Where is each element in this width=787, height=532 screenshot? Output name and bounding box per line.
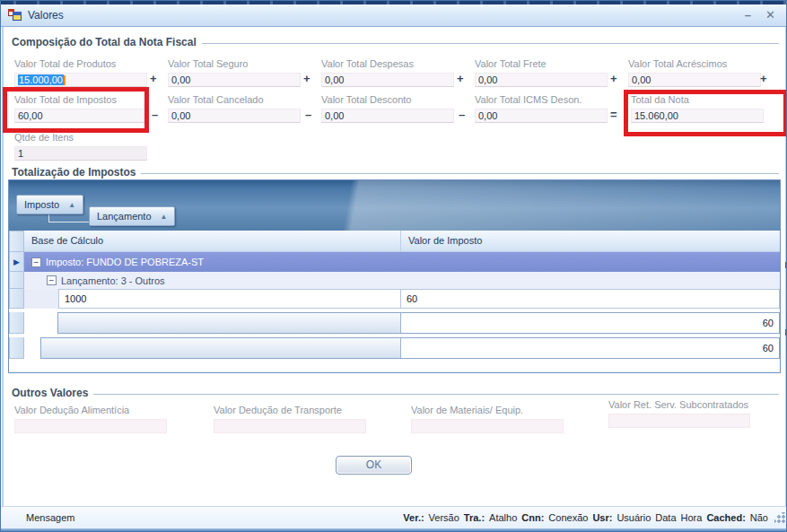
status-value: Data [655, 512, 676, 523]
valor-total-cancelado-input[interactable]: 0,00 [168, 109, 301, 123]
group-footer-row: 60 [9, 312, 780, 334]
status-key: Cached: [706, 512, 745, 523]
annotation-box-impostos [3, 87, 149, 133]
status-value: Versão [429, 512, 459, 523]
window-title: Valores [28, 9, 64, 22]
footer-empty-cell [58, 313, 401, 333]
row-indicator-cell [9, 337, 24, 359]
operator-plus: + [457, 72, 464, 85]
operator-minus: – [459, 108, 465, 121]
field-deducao-transporte: Valor Dedução de Transporte [214, 405, 366, 433]
valores-dialog: Valores – ✕ Composição do Total da Nota … [0, 0, 787, 532]
field-valor-total-produtos: Valor Total de Produtos 15.000,00 [14, 58, 147, 87]
field-valor-total-acrescimos: Valor Total Acréscimos 0,00 [628, 58, 761, 87]
status-key: Cnn: [521, 512, 544, 523]
column-header-base-de-calculo[interactable]: Base de Cálculo [24, 231, 401, 252]
status-key: Tra.: [464, 512, 485, 523]
minimize-icon[interactable]: – [745, 9, 751, 22]
impostos-grid: Imposto ▲ Lançamento ▲ Base de Cálculo V… [8, 179, 781, 373]
field-ret-serv-subcontratados: Valor Ret. Serv. Subcontratados [608, 399, 750, 428]
sort-asc-icon: ▲ [161, 213, 168, 221]
annotation-box-total-nota [624, 90, 787, 136]
sort-asc-icon: ▲ [68, 201, 75, 209]
field-qtde-itens: Qtde de Itens 1 [14, 132, 147, 161]
field-materiais-equip: Valor de Materiais/ Equip. [411, 405, 564, 433]
row-indicator-cell [9, 312, 24, 334]
close-icon[interactable]: ✕ [765, 9, 775, 22]
cell-valor-de-imposto[interactable]: 60 [401, 289, 780, 309]
text-caret [64, 75, 66, 85]
group-button-lancamento[interactable]: Lançamento ▲ [89, 206, 175, 226]
grid-header-row: Base de Cálculo Valor de Imposto [9, 231, 780, 252]
ret-serv-subcontratados-input[interactable] [608, 414, 750, 428]
valor-total-acrescimos-input[interactable]: 0,00 [628, 73, 761, 87]
data-row[interactable]: 1000 60 [9, 289, 780, 309]
operator-equals: = [610, 108, 617, 121]
status-key: Usr: [592, 512, 612, 523]
group-connector-line [48, 214, 90, 222]
materiais-equip-input[interactable] [411, 419, 564, 433]
deducao-alimenticia-input[interactable] [14, 419, 167, 433]
indent-spacer [24, 337, 40, 359]
group-row-lancamento[interactable]: −Lançamento: 3 - Outros [9, 272, 780, 289]
field-valor-total-cancelado: Valor Total Cancelado 0,00 [168, 94, 301, 123]
group-button-imposto[interactable]: Imposto ▲ [16, 195, 83, 214]
status-value: Não [750, 512, 768, 523]
valor-total-desconto-input[interactable]: 0,00 [321, 109, 454, 123]
operator-minus: – [305, 108, 311, 121]
operator-plus: + [303, 72, 310, 85]
row-focus-icon: ▶ [13, 257, 20, 266]
field-valor-total-icms-deson: Valor Total ICMS Deson. 0,00 [475, 94, 608, 123]
operator-minus: – [152, 108, 158, 121]
row-indicator-cell: ▶ [9, 252, 24, 272]
operator-plus: + [610, 72, 617, 85]
section-totalizacao-header: Totalização de Impostos [12, 165, 779, 179]
field-deducao-alimenticia: Valor Dedução Alimentícia [14, 405, 167, 433]
form-icon [8, 8, 22, 22]
indent-spacer [24, 312, 57, 334]
column-header-valor-de-imposto[interactable]: Valor de Imposto [401, 231, 780, 252]
status-message: Mensagem [26, 512, 74, 523]
status-value: Conexão [548, 512, 588, 523]
collapse-icon[interactable]: − [31, 257, 41, 267]
qtde-itens-input[interactable]: 1 [14, 146, 147, 161]
field-valor-total-despesas: Valor Total Despesas 0,00 [321, 58, 454, 87]
valor-total-despesas-input[interactable]: 0,00 [321, 73, 454, 87]
valor-total-frete-input[interactable]: 0,00 [475, 73, 608, 87]
group-by-panel[interactable]: Imposto ▲ Lançamento ▲ [9, 180, 780, 231]
status-key: Ver.: [403, 512, 424, 523]
footer-sum-cell: 60 [401, 313, 779, 333]
grand-total-cell: 60 [401, 338, 779, 358]
resize-grip-icon[interactable] [774, 512, 785, 523]
field-valor-total-frete: Valor Total Frete 0,00 [475, 58, 608, 87]
operator-plus: + [760, 72, 767, 85]
status-value: Hora [681, 512, 703, 523]
ok-button[interactable]: OK [336, 456, 412, 475]
footer-empty-cell [41, 338, 401, 358]
valor-total-icms-deson-input[interactable]: 0,00 [475, 109, 608, 123]
grand-total-row: 60 [9, 337, 780, 359]
title-bar[interactable]: Valores – ✕ [1, 4, 787, 27]
field-valor-total-seguro: Valor Total Seguro 0,00 [168, 58, 301, 87]
indent-spacer [24, 289, 58, 309]
group-row-imposto[interactable]: ▶ −Imposto: FUNDO DE POBREZA-ST [9, 252, 780, 272]
section-composicao-header: Composição do Total da Nota Fiscal [12, 35, 779, 48]
valor-total-seguro-input[interactable]: 0,00 [168, 73, 301, 87]
row-indicator-header [9, 231, 24, 252]
deducao-transporte-input[interactable] [214, 419, 366, 433]
row-indicator-cell [9, 289, 24, 309]
valor-total-produtos-input[interactable]: 15.000,00 [14, 73, 147, 87]
cell-base-de-calculo[interactable]: 1000 [58, 289, 401, 309]
status-value: Atalho [489, 512, 517, 523]
row-indicator-cell [9, 272, 24, 289]
operator-plus: + [150, 72, 157, 85]
collapse-icon[interactable]: − [47, 275, 57, 285]
section-outros-header: Outros Valores [12, 386, 779, 399]
status-value: Usuário [616, 512, 651, 523]
field-valor-total-desconto: Valor Total Desconto 0,00 [321, 94, 454, 123]
status-bar: Mensagem Ver.:Versão Tra.:Atalho Cnn:Con… [1, 506, 787, 528]
